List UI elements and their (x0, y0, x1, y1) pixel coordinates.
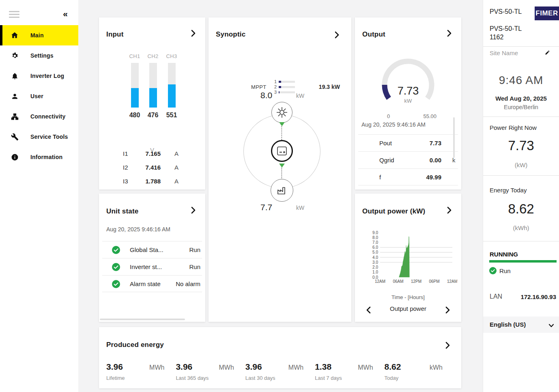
status-label: Global Sta... (130, 246, 163, 253)
current-unit: A (174, 178, 178, 185)
inverter-icon (271, 140, 293, 162)
output-card: Output 7.73 kW 0 55.00 Aug 20, 2025 9:46… (355, 17, 461, 190)
timezone: Europe/Berlin (483, 104, 559, 110)
grid-power-unit: kW (296, 205, 304, 211)
language-selector[interactable]: English (US) (483, 317, 559, 333)
status-label: Inverter st... (130, 263, 162, 270)
wrench-icon (11, 133, 19, 141)
energy-today-unit: (kWh) (483, 224, 559, 231)
svg-text:0.0: 0.0 (372, 275, 378, 280)
scrollbar[interactable] (453, 117, 455, 158)
mppt-bar-num: 3 (273, 90, 277, 95)
sidebar-item-information[interactable]: Information (0, 147, 78, 167)
sun-icon (271, 102, 292, 123)
current-value: 7.416 (125, 164, 161, 171)
voltage-bar (168, 63, 176, 108)
mppt-bar-num: 2 (273, 84, 277, 89)
power-now-label: Power Right Now (490, 124, 537, 131)
card-title: Unit state (106, 207, 138, 215)
mppt-summary: MPPT 1 2 3 19.3 kW (209, 78, 351, 96)
chevron-right-icon[interactable] (447, 207, 452, 215)
divider (483, 175, 559, 176)
sidebar-item-label: Connectivity (30, 113, 65, 120)
inverter-dashboard: « Main Settings Inverter Log User (0, 0, 559, 392)
table-row: Pout 7.73 (358, 134, 458, 151)
energy-today-label: Energy Today (490, 187, 527, 194)
flow-arrow-down-icon (279, 164, 285, 168)
energy-unit: kWh (430, 364, 443, 371)
pv-power-unit: kW (296, 93, 304, 99)
energy-value: 3.96 (106, 362, 123, 372)
svg-text:3.0: 3.0 (372, 260, 378, 265)
gear-icon (11, 52, 19, 60)
card-title: Output (362, 30, 385, 39)
status-row: Inverter st... Run (102, 258, 202, 275)
collapse-sidebar-icon[interactable]: « (63, 9, 68, 19)
sidebar-item-user[interactable]: User (0, 86, 78, 106)
user-icon (11, 92, 19, 100)
energy-unit: MWh (288, 364, 303, 371)
check-circle-icon (112, 246, 120, 256)
sidebar-item-label: Settings (30, 52, 54, 59)
input-channel: CH1 480 (125, 53, 144, 119)
voltage-value: 480 (125, 112, 144, 119)
chevron-right-icon[interactable] (445, 342, 450, 351)
language-selected: English (US) (490, 321, 526, 328)
voltage-bar (131, 63, 139, 108)
running-state-bar (489, 260, 557, 263)
table-row: f 49.99 (358, 168, 458, 185)
clock-date: Wed Aug 20, 2025 (483, 95, 559, 102)
svg-text:12PM: 12PM (411, 279, 421, 284)
lan-label: LAN (490, 293, 502, 300)
edit-pencil-icon[interactable] (545, 50, 550, 57)
power-now-unit: (kW) (483, 162, 559, 168)
gauge-unit: kW (372, 98, 444, 104)
device-name-line1: PVS-50-TL (490, 24, 522, 33)
energy-period-label: Last 365 days (176, 375, 234, 381)
device-name-line2: 1162 (490, 33, 522, 41)
sidebar-item-service-tools[interactable]: Service Tools (0, 127, 78, 147)
current-value: 1.788 (125, 178, 161, 185)
sidebar-header: « (0, 0, 78, 25)
status-row: Alarm state No alarm (102, 275, 202, 292)
sidebar-item-main[interactable]: Main (0, 25, 78, 45)
energy-item: 3.96MWh Lifetime (106, 362, 176, 381)
status-label: Alarm state (130, 280, 161, 287)
svg-text:1.0: 1.0 (372, 270, 378, 274)
sidebar-item-inverter-log[interactable]: Inverter Log (0, 66, 78, 86)
mppt-bar-num: 1 (273, 79, 277, 84)
row-value: 49.99 (403, 174, 441, 181)
clock-time: 9:46 AM (483, 74, 559, 87)
flow-line (282, 126, 282, 140)
svg-text:06AM: 06AM (393, 279, 403, 284)
chevron-right-icon[interactable] (191, 30, 196, 39)
running-state-label: RUNNING (490, 251, 518, 258)
sidebar-item-connectivity[interactable]: Connectivity (0, 106, 78, 127)
site-name-placeholder[interactable]: Site Name (490, 50, 518, 56)
channel-label: CH3 (162, 53, 181, 59)
run-status: Run (499, 267, 511, 274)
input-channel: CH2 476 (144, 53, 162, 119)
sidebar-item-label: User (30, 93, 43, 99)
energy-value: 3.96 (176, 362, 192, 372)
grid-power-value: 7.7 (260, 202, 272, 212)
energy-period-label: Last 30 days (245, 375, 303, 381)
chevron-right-icon[interactable] (445, 306, 450, 315)
hamburger-menu-icon[interactable] (9, 11, 19, 19)
chevron-right-icon[interactable] (447, 30, 452, 39)
grid-factory-icon (271, 179, 293, 202)
current-row: I2 7.416 A (99, 164, 205, 178)
scrollbar[interactable] (100, 319, 185, 320)
row-value: 7.73 (403, 140, 441, 146)
sidebar-item-settings[interactable]: Settings (0, 45, 78, 66)
energy-item: 3.96MWh Last 30 days (245, 362, 315, 381)
chevron-right-icon[interactable] (335, 31, 339, 40)
energy-value: 8.62 (385, 362, 401, 372)
x-axis-label: Time - [Hours] (355, 294, 461, 300)
bell-icon (11, 72, 19, 80)
chevron-right-icon[interactable] (191, 207, 196, 215)
current-unit: A (174, 150, 178, 157)
energy-item: 3.96MWh Last 365 days (176, 362, 245, 381)
status-value: Run (189, 246, 200, 253)
sidebar-item-label: Service Tools (30, 134, 68, 140)
